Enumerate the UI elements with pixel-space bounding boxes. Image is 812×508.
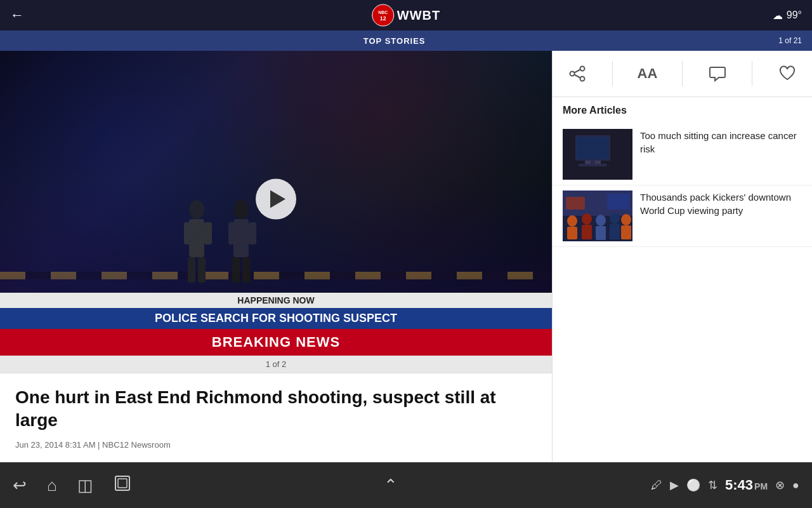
svg-line-19	[574, 75, 580, 78]
related-article-1[interactable]: Too much sitting can increase cancer ris…	[553, 124, 812, 185]
like-button[interactable]	[772, 58, 802, 89]
breaking-news-label: BREAKING NEWS	[0, 329, 552, 356]
bottom-nav-right: 🖊 ▶ ⚪ ⇅ 5:43PM ⊗ ●	[651, 477, 799, 493]
bottom-bar: ↩ ⌂ ◫ ⌃ 🖊 ▶ ⚪ ⇅ 5:43PM ⊗ ●	[0, 462, 812, 508]
svg-rect-32	[582, 225, 592, 239]
thumb-2-image	[563, 190, 632, 241]
toolbar-divider-3	[752, 61, 752, 86]
text-size-icon: AA	[638, 65, 658, 82]
svg-rect-39	[566, 197, 585, 210]
heart-icon	[778, 65, 796, 83]
comment-icon	[709, 65, 726, 83]
comment-button[interactable]	[702, 58, 733, 89]
svg-point-17	[580, 77, 585, 81]
article-title-1: Too much sitting can increase cancer ris…	[640, 129, 802, 156]
temperature: 99°	[787, 10, 802, 21]
wifi-icon: ⊗	[775, 478, 785, 492]
mute-icon: ⚪	[686, 478, 700, 492]
nav-home-button[interactable]: ⌂	[47, 476, 57, 495]
nbc-logo-icon: NBC 12	[372, 4, 395, 27]
svg-rect-26	[591, 159, 595, 164]
action-toolbar: AA	[553, 51, 812, 97]
bottom-nav-center: ⌃	[384, 476, 398, 495]
svg-point-16	[570, 72, 575, 76]
svg-text:NBC: NBC	[378, 10, 388, 15]
breaking-banner: HAPPENING NOW POLICE SEARCH FOR SHOOTING…	[0, 293, 552, 356]
article-area: HAPPENING NOW POLICE SEARCH FOR SHOOTING…	[0, 51, 552, 462]
main-content: HAPPENING NOW POLICE SEARCH FOR SHOOTING…	[0, 51, 812, 462]
back-button[interactable]: ←	[10, 7, 24, 23]
nav-recent-button[interactable]: ◫	[77, 476, 93, 495]
section-bar: TOP STORIES 1 of 21	[0, 30, 812, 51]
signal-icon: ●	[792, 479, 799, 492]
top-bar: ← NBC 12 WWBT ☁ 99°	[0, 0, 812, 30]
article-text: One hurt in East End Richmond shooting, …	[0, 373, 552, 462]
section-title: TOP STORIES	[10, 36, 778, 46]
fullscreen-icon	[114, 474, 131, 492]
svg-point-29	[567, 215, 577, 227]
bottom-nav-left: ↩ ⌂ ◫	[13, 474, 131, 497]
sync-icon: ⇅	[708, 478, 717, 492]
clock-ampm: PM	[754, 481, 768, 491]
text-size-button[interactable]: AA	[632, 58, 662, 89]
svg-rect-36	[610, 224, 620, 239]
logo-area: NBC 12 WWBT	[372, 4, 440, 27]
nav-back-button[interactable]: ↩	[13, 476, 27, 495]
image-counter: 1 of 2	[0, 356, 552, 373]
toolbar-divider-1	[612, 61, 613, 86]
svg-rect-30	[567, 227, 577, 239]
svg-rect-42	[118, 479, 127, 488]
article-thumb-2	[563, 190, 632, 241]
clock-display: 5:43PM	[725, 477, 768, 493]
svg-rect-38	[621, 225, 631, 239]
article-thumb-1	[563, 129, 632, 180]
share-icon	[568, 65, 586, 83]
svg-point-33	[596, 215, 606, 226]
svg-line-18	[574, 70, 580, 73]
weather-icon: ☁	[773, 10, 783, 22]
nav-up-button[interactable]: ⌃	[384, 476, 398, 495]
play-button[interactable]	[256, 179, 296, 220]
svg-rect-25	[577, 137, 609, 159]
page-counter: 1 of 21	[778, 36, 802, 45]
thumb-1-image	[563, 129, 632, 180]
weather-area: ☁ 99°	[773, 10, 802, 22]
logo-text: WWBT	[397, 8, 440, 23]
nav-fullscreen-button[interactable]	[114, 474, 131, 497]
happening-now-label: HAPPENING NOW	[0, 293, 552, 308]
article-meta: Jun 23, 2014 8:31 AM | NBC12 Newsroom	[15, 440, 537, 450]
svg-text:12: 12	[380, 15, 386, 22]
sidebar: AA More Articles	[552, 51, 812, 462]
usb-icon: 🖊	[651, 479, 662, 492]
svg-rect-34	[596, 226, 606, 240]
svg-point-31	[582, 213, 592, 225]
svg-point-15	[580, 67, 585, 71]
video-container: HAPPENING NOW POLICE SEARCH FOR SHOOTING…	[0, 51, 552, 356]
police-search-label: POLICE SEARCH FOR SHOOTING SUSPECT	[0, 308, 552, 329]
toolbar-divider-2	[682, 61, 683, 86]
svg-point-37	[621, 214, 631, 225]
more-articles-title: More Articles	[553, 97, 812, 124]
article-title: One hurt in East End Richmond shooting, …	[15, 386, 537, 432]
related-article-2[interactable]: Thousands pack Kickers' downtown World C…	[553, 185, 812, 247]
article-body: RICHMOND, VA (WWBT) - Richmond police ar…	[15, 460, 537, 462]
share-button[interactable]	[562, 58, 593, 89]
svg-rect-40	[607, 194, 629, 210]
article-title-2: Thousands pack Kickers' downtown World C…	[640, 190, 802, 217]
media-icon: ▶	[670, 478, 679, 492]
svg-point-35	[610, 213, 620, 224]
